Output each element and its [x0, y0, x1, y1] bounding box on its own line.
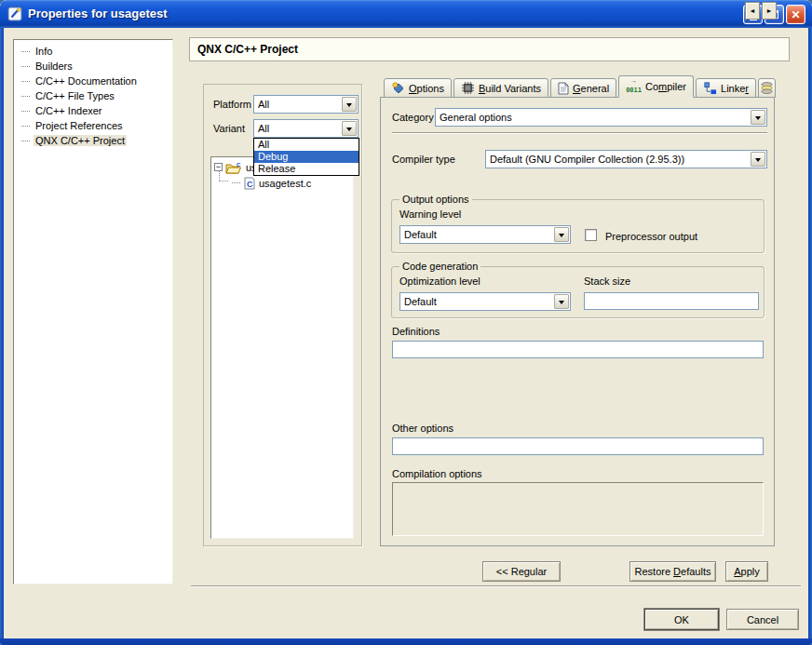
- platform-label: Platform: [213, 99, 251, 110]
- chevron-down-icon[interactable]: [751, 110, 765, 125]
- warning-level-label: Warning level: [399, 208, 461, 220]
- collapse-expander-icon[interactable]: −: [214, 163, 223, 171]
- chevron-down-icon[interactable]: [554, 294, 569, 309]
- close-button[interactable]: ✕: [786, 5, 805, 24]
- other-options-input[interactable]: [392, 437, 764, 455]
- window-title: Properties for usagetest: [28, 0, 168, 28]
- code-generation-legend: Code generation: [399, 261, 480, 272]
- nav-item-builders[interactable]: Builders: [14, 59, 172, 74]
- chevron-down-icon[interactable]: [751, 152, 765, 167]
- properties-dialog: Properties for usagetest ✕ Info Builders…: [0, 0, 812, 645]
- platform-value: All: [258, 99, 339, 110]
- chevron-down-icon[interactable]: [342, 97, 357, 112]
- page-title: QNX C/C++ Project: [189, 37, 790, 61]
- tree-row-source-file[interactable]: C usagetest.c: [232, 176, 311, 190]
- c-folder-icon: C: [225, 161, 243, 174]
- tree-line: [21, 111, 30, 112]
- cancel-button[interactable]: Cancel: [726, 609, 799, 630]
- dialog-pencil-icon: [7, 7, 22, 21]
- dropdown-option-all[interactable]: All: [254, 139, 359, 151]
- tab-options[interactable]: Options: [384, 78, 452, 98]
- other-options-label: Other options: [392, 423, 453, 434]
- nav-item-qnx-project[interactable]: QNX C/C++ Project: [14, 133, 172, 148]
- category-label: Category: [392, 112, 434, 123]
- variant-dropdown-list: All Debug Release: [253, 138, 359, 176]
- category-select[interactable]: General options: [435, 108, 767, 127]
- preprocessor-output-checkbox[interactable]: [585, 229, 597, 241]
- tab-scroll-right-button[interactable]: ►: [762, 2, 777, 20]
- stack-size-input[interactable]: [584, 292, 759, 310]
- definitions-label: Definitions: [392, 326, 440, 337]
- chip-icon: [461, 81, 475, 95]
- nav-item-cpp-file-types[interactable]: C/C++ File Types: [14, 88, 172, 103]
- compiler-type-label: Compiler type: [392, 154, 455, 165]
- nav-item-info[interactable]: Info: [14, 44, 172, 59]
- nav-item-project-references[interactable]: Project References: [14, 118, 172, 133]
- variant-label: Variant: [213, 123, 245, 134]
- warning-level-value: Default: [404, 229, 551, 240]
- tab-scroll-left-button[interactable]: ◄: [745, 2, 760, 20]
- restore-defaults-button[interactable]: Restore Defaults: [629, 561, 716, 582]
- source-file-label: usagetest.c: [259, 178, 311, 189]
- tab-general[interactable]: General: [550, 78, 616, 98]
- variant-value: All: [258, 123, 339, 134]
- chevron-down-icon[interactable]: [342, 121, 357, 136]
- stack-size-label: Stack size: [584, 275, 630, 287]
- window-frame-bottom: [0, 638, 812, 645]
- window-frame-right: [808, 28, 812, 645]
- output-options-group: Output options Warning level Default Pre…: [391, 199, 765, 253]
- output-options-legend: Output options: [399, 194, 472, 205]
- chevron-down-icon[interactable]: [554, 227, 569, 242]
- dropdown-option-debug[interactable]: Debug: [254, 151, 359, 163]
- category-value: General options: [440, 112, 748, 123]
- platform-select[interactable]: All: [253, 95, 359, 114]
- footer-separator-line: [191, 585, 801, 587]
- build-target-panel: Platform All Variant All − C usagetest: [203, 84, 362, 546]
- title-bar[interactable]: Properties for usagetest ✕: [0, 0, 812, 28]
- tab-strip: Options Build Variants General → 0011 Co: [384, 75, 778, 98]
- separator-line: [392, 132, 767, 134]
- optimization-level-select[interactable]: Default: [399, 292, 571, 311]
- tab-build-variants[interactable]: Build Variants: [453, 78, 548, 98]
- svg-text:C: C: [247, 179, 253, 188]
- arrow-left-icon: ◄: [750, 7, 756, 14]
- compiler-tab-panel: Category General options Compiler type D…: [380, 97, 775, 546]
- variant-select[interactable]: All: [253, 119, 359, 138]
- definitions-input[interactable]: [392, 341, 764, 358]
- tree-line: [21, 81, 30, 82]
- nav-item-cpp-indexer[interactable]: C/C++ Indexer: [14, 103, 172, 118]
- tree-line: [232, 182, 240, 183]
- disks-stack-icon: [761, 81, 773, 95]
- project-file-tree: − C usagetest C usagetest.c: [210, 156, 354, 539]
- compiler-type-select[interactable]: Default (GNU Compiler Collection (2.95.3…: [485, 150, 767, 168]
- document-icon: [558, 82, 569, 95]
- tree-line: [21, 126, 30, 127]
- window-frame-left: [0, 28, 4, 645]
- c-file-icon: C: [244, 177, 255, 190]
- dropdown-option-release[interactable]: Release: [254, 163, 359, 175]
- tree-line: [21, 96, 30, 97]
- compiler-type-value: Default (GNU Compiler Collection (2.95.3…: [490, 154, 748, 165]
- svg-text:C: C: [237, 161, 241, 167]
- regular-toggle-button[interactable]: << Regular: [482, 561, 561, 582]
- optimization-level-value: Default: [404, 296, 551, 307]
- tab-linker[interactable]: Linker: [696, 78, 756, 98]
- tree-line: [21, 51, 30, 52]
- optimization-level-label: Optimization level: [399, 275, 480, 287]
- nav-item-cpp-documentation[interactable]: C/C++ Documentation: [14, 74, 172, 88]
- binary-0011-icon: → 0011: [626, 79, 642, 94]
- warning-level-select[interactable]: Default: [399, 225, 571, 244]
- tab-partial-next[interactable]: [758, 78, 776, 98]
- close-icon: ✕: [791, 9, 800, 20]
- apply-button[interactable]: Apply: [725, 561, 768, 582]
- code-generation-group: Code generation Optimization level Stack…: [391, 266, 765, 318]
- tree-line: [21, 141, 30, 141]
- tree-line: [21, 66, 30, 67]
- tab-compiler[interactable]: → 0011 Compiler: [618, 75, 694, 98]
- ok-button[interactable]: OK: [644, 609, 719, 630]
- properties-nav-tree: Info Builders C/C++ Documentation C/C++ …: [13, 39, 173, 585]
- arrow-right-icon: ►: [766, 7, 773, 14]
- preprocessor-output-label: Preprocessor output: [605, 231, 697, 242]
- linker-tree-icon: [703, 81, 717, 95]
- compilation-options-textarea: [392, 482, 764, 536]
